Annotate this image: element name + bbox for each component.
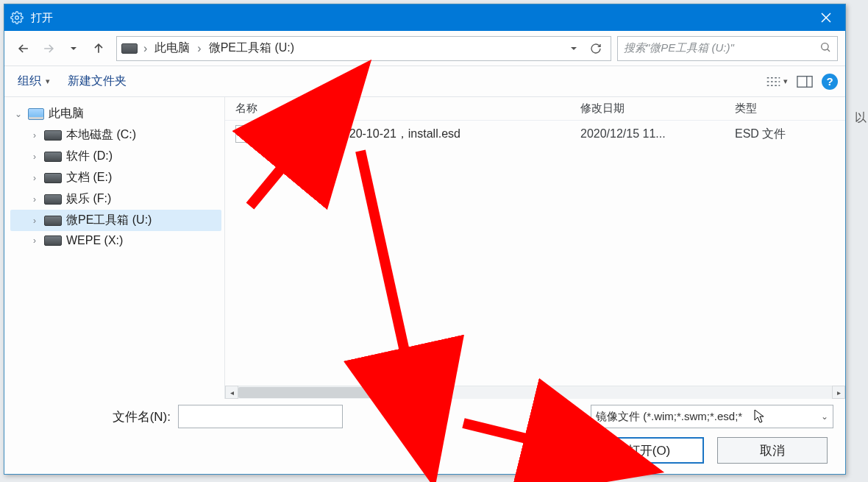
drive-icon: [44, 235, 62, 246]
column-date[interactable]: 修改日期: [580, 102, 735, 116]
expand-icon[interactable]: ›: [29, 216, 40, 226]
address-history-button[interactable]: [563, 38, 584, 59]
organize-label: 组织: [18, 74, 41, 89]
expand-icon[interactable]: ›: [29, 194, 40, 205]
file-name: Win10-20H2，2020-10-21，install.esd: [259, 127, 580, 142]
scroll-left-button[interactable]: ◂: [225, 386, 238, 399]
sort-asc-icon: ▴: [305, 104, 308, 113]
view-options-button[interactable]: ▾: [766, 71, 788, 93]
chevron-down-icon: ▾: [783, 77, 788, 86]
chevron-down-icon: ▾: [46, 77, 50, 86]
arrow-right-icon: [41, 41, 56, 56]
search-icon: [819, 41, 831, 55]
drive-icon: [44, 194, 62, 205]
close-icon: [821, 13, 831, 23]
file-type-label: 镜像文件 (*.wim;*.swm;*.esd;*: [596, 410, 742, 424]
tree-drive[interactable]: ›微PE工具箱 (U:): [10, 210, 221, 231]
column-headers: 名称▴ 修改日期 类型: [225, 97, 845, 121]
chevron-down-icon: [569, 44, 578, 53]
list-view-icon: [766, 75, 781, 88]
tree-label: 软件 (D:): [66, 149, 113, 164]
bottom-panel: 文件名(N): 镜像文件 (*.wim;*.swm;*.esd;* ⌄ 打开(O…: [4, 399, 845, 474]
window-title: 打开: [31, 11, 810, 25]
file-type: ESD 文件: [735, 127, 845, 142]
filename-label: 文件名(N):: [16, 408, 171, 425]
preview-pane-icon: [797, 75, 813, 88]
main-pane: ⌄ 此电脑 ›本地磁盘 (C:)›软件 (D:)›文档 (E:)›娱乐 (F:)…: [4, 97, 845, 399]
cancel-button[interactable]: 取消: [717, 437, 828, 464]
arrow-up-icon: [91, 41, 106, 56]
preview-pane-button[interactable]: [794, 71, 816, 93]
new-folder-button[interactable]: 新建文件夹: [62, 71, 132, 92]
column-name[interactable]: 名称▴: [235, 102, 580, 116]
chevron-down-icon: [570, 412, 579, 421]
file-icon: [235, 125, 250, 143]
up-button[interactable]: [87, 37, 110, 60]
tree-label: 娱乐 (F:): [66, 191, 111, 207]
open-dialog: 打开 › 此电脑 › 微PE工具箱 (U:) 搜索"微PE工具箱 (U:)": [4, 4, 846, 475]
refresh-icon: [590, 43, 602, 54]
scroll-track[interactable]: [238, 386, 832, 399]
tree-label: 微PE工具箱 (U:): [66, 213, 152, 228]
tree-this-pc[interactable]: ⌄ 此电脑: [10, 103, 221, 124]
tree-drive[interactable]: ›文档 (E:): [10, 167, 221, 188]
search-placeholder: 搜索"微PE工具箱 (U:)": [624, 41, 734, 55]
refresh-button[interactable]: [586, 38, 606, 59]
help-icon: ?: [826, 75, 833, 88]
titlebar: 打开: [4, 4, 845, 31]
search-input[interactable]: 搜索"微PE工具箱 (U:)": [617, 36, 838, 61]
recent-locations-button[interactable]: [62, 37, 85, 60]
filename-history-button[interactable]: [566, 405, 583, 428]
open-button[interactable]: 打开(O): [594, 437, 704, 464]
tree-drive[interactable]: ›软件 (D:): [10, 146, 221, 167]
svg-point-0: [15, 16, 19, 20]
drive-icon: [44, 152, 62, 162]
tree-drive[interactable]: ›本地磁盘 (C:): [10, 124, 221, 146]
horizontal-scrollbar[interactable]: ◂ ▸: [225, 386, 845, 399]
drive-icon: [121, 43, 138, 54]
organize-button[interactable]: 组织 ▾: [12, 71, 56, 92]
file-type-filter[interactable]: 镜像文件 (*.wim;*.swm;*.esd;* ⌄: [591, 405, 833, 428]
drive-icon: [44, 216, 62, 226]
tree-label: WEPE (X:): [66, 234, 123, 247]
forward-button[interactable]: [37, 37, 60, 60]
tree-label: 此电脑: [49, 106, 84, 121]
button-row: 打开(O) 取消: [16, 437, 833, 464]
column-type[interactable]: 类型: [735, 102, 845, 116]
gear-icon: [10, 11, 24, 24]
help-button[interactable]: ?: [822, 74, 838, 90]
tree-drive[interactable]: ›娱乐 (F:): [10, 188, 221, 210]
expand-icon[interactable]: ›: [29, 152, 40, 162]
chevron-down-icon: [69, 44, 78, 53]
folder-tree: ⌄ 此电脑 ›本地磁盘 (C:)›软件 (D:)›文档 (E:)›娱乐 (F:)…: [4, 97, 225, 399]
expand-icon[interactable]: ›: [29, 173, 40, 183]
filename-row: 文件名(N): 镜像文件 (*.wim;*.swm;*.esd;* ⌄: [16, 405, 833, 428]
file-list-pane: 名称▴ 修改日期 类型 Win10-20H2，2020-10-21，instal…: [225, 97, 845, 399]
svg-rect-2: [797, 76, 812, 87]
address-bar[interactable]: › 此电脑 › 微PE工具箱 (U:): [116, 36, 611, 61]
svg-point-1: [822, 43, 828, 50]
breadcrumb-sep: ›: [197, 42, 201, 55]
cursor-icon: [753, 408, 766, 425]
chevron-down-icon: ⌄: [821, 411, 828, 422]
filename-input[interactable]: [178, 405, 343, 428]
breadcrumb-root[interactable]: 此电脑: [153, 40, 191, 56]
expand-icon[interactable]: ›: [29, 235, 40, 246]
back-button[interactable]: [12, 37, 35, 60]
close-button[interactable]: [810, 4, 842, 31]
drive-icon: [44, 130, 62, 141]
pc-icon: [28, 108, 44, 120]
breadcrumb-current[interactable]: 微PE工具箱 (U:): [207, 40, 296, 56]
scroll-thumb[interactable]: [238, 387, 446, 398]
arrow-left-icon: [16, 41, 31, 56]
breadcrumb-sep: ›: [143, 42, 147, 55]
collapse-icon[interactable]: ⌄: [13, 109, 24, 119]
navigation-row: › 此电脑 › 微PE工具箱 (U:) 搜索"微PE工具箱 (U:)": [4, 31, 845, 66]
scroll-right-button[interactable]: ▸: [832, 386, 845, 399]
file-row[interactable]: Win10-20H2，2020-10-21，install.esd2020/12…: [225, 121, 845, 147]
expand-icon[interactable]: ›: [29, 130, 40, 141]
edge-text: 以: [855, 110, 867, 126]
tree-label: 文档 (E:): [66, 170, 112, 185]
file-date: 2020/12/15 11...: [580, 127, 735, 141]
tree-drive[interactable]: ›WEPE (X:): [10, 231, 221, 250]
